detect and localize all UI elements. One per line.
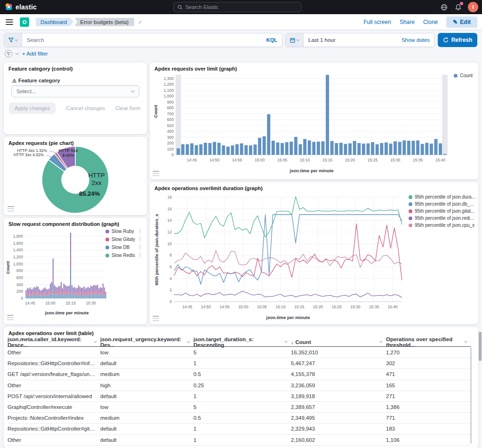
- breadcrumb-dashboard[interactable]: Dashboard: [36, 18, 73, 26]
- chevron-down-icon[interactable]: [16, 51, 19, 55]
- legend-item[interactable]: Slow Ruby⋮: [105, 228, 143, 234]
- add-filter-button[interactable]: + Add filter: [22, 51, 48, 56]
- apply-changes-button[interactable]: Apply changes: [9, 103, 56, 114]
- space-badge[interactable]: O: [20, 17, 29, 27]
- svg-text:15:35: 15:35: [369, 304, 379, 309]
- table-cell: 771: [386, 415, 471, 421]
- legend-menu-icon[interactable]: ⋮: [137, 244, 143, 250]
- panel-options-icon[interactable]: [153, 171, 159, 176]
- table-cell: default: [100, 437, 193, 443]
- menu-icon[interactable]: [6, 19, 13, 25]
- panel-options-icon[interactable]: [153, 316, 159, 321]
- table-column-header[interactable]: Operations over specified threshold...: [386, 337, 471, 346]
- svg-text:15:30: 15:30: [390, 158, 401, 162]
- legend-dot-icon: [409, 224, 412, 227]
- saved-query-menu-button[interactable]: [4, 33, 22, 47]
- table-row[interactable]: POST /api/:version/internal/alloweddefau…: [8, 391, 471, 402]
- table-cell: 1,386: [386, 404, 471, 410]
- filter-menu-icon[interactable]: [5, 50, 12, 57]
- svg-text:800: 800: [167, 105, 174, 110]
- x-axis-label: json.time per minute: [174, 315, 402, 320]
- svg-text:400: 400: [167, 129, 174, 134]
- table-row[interactable]: Projects::NotesController#indexmedium0.5…: [8, 413, 471, 424]
- legend-item[interactable]: 95th percentile of json.redi...: [409, 216, 475, 221]
- svg-text:15:00: 15:00: [238, 304, 249, 309]
- table-column-header[interactable]: json.target_duration_s: Descending: [193, 337, 291, 346]
- search-input[interactable]: Search: [22, 37, 266, 43]
- notifications-bell-icon[interactable]: [454, 3, 462, 11]
- legend-item[interactable]: Slow DB⋮: [105, 244, 143, 250]
- bar-chart[interactable]: 01002003004005006007008009001,0001,1001,…: [152, 71, 476, 171]
- svg-text:800: 800: [16, 268, 23, 273]
- feature-category-select[interactable]: Select...: [11, 85, 139, 97]
- table-column-header[interactable]: ↓Count: [291, 337, 386, 346]
- page-scrollbar[interactable]: [479, 332, 482, 361]
- column-header-label: Operations over specified threshold...: [386, 336, 463, 348]
- legend-item[interactable]: 95th percentile of json.db_...: [409, 201, 475, 207]
- panel-apdex-requests-over-limit: Apdex requests over limit (graph) 010020…: [150, 63, 478, 179]
- legend-dot-icon: [105, 238, 109, 241]
- legend-menu-icon[interactable]: ⋮: [137, 236, 143, 242]
- line-chart[interactable]: 02468101214161814:4514:5014:5515:0015:05…: [150, 190, 413, 318]
- clear-form-button[interactable]: Clear form: [115, 105, 141, 111]
- legend-item[interactable]: 95th percentile of json.cpu_s: [409, 223, 475, 228]
- panel-apdex-operations-table: Apdex operations over limit (table) json…: [4, 327, 478, 448]
- legend-menu-icon[interactable]: ⋮: [137, 228, 143, 234]
- toolbar-actions: Full screen Share Clone ✎Edit: [363, 16, 477, 28]
- panel-options-icon[interactable]: [7, 315, 14, 320]
- table-column-header[interactable]: json.request_urgency.keyword: Des...: [100, 337, 193, 346]
- show-dates-button[interactable]: Show dates: [402, 37, 434, 43]
- column-header-label: json.request_urgency.keyword: Des...: [100, 336, 185, 348]
- full-screen-button[interactable]: Full screen: [363, 19, 391, 25]
- legend-item[interactable]: Slow Gitaly⋮: [105, 236, 143, 242]
- chevron-down-icon[interactable]: [464, 340, 467, 343]
- table-scrollbar[interactable]: [470, 347, 472, 444]
- global-search-input[interactable]: Search Elastic: [173, 2, 301, 12]
- table-row[interactable]: GET /api/:version/feature_flags/unleash.…: [8, 369, 471, 380]
- table-cell: POST /api/:version/internal/allowed: [8, 393, 100, 399]
- table-column-header[interactable]: json.meta.caller_id.keyword: Desce...: [8, 337, 100, 346]
- table-cell: 1: [193, 437, 291, 443]
- elastic-logo[interactable]: elastic: [0, 3, 37, 11]
- table-row[interactable]: Repositories::GitHttpController#git_upl.…: [8, 424, 471, 434]
- pie-label-http2xx: HTTP 2xx: [84, 172, 109, 187]
- chevron-down-icon[interactable]: [284, 340, 288, 343]
- legend-item[interactable]: 95th percentile of json.gital...: [409, 208, 475, 214]
- share-button[interactable]: Share: [400, 19, 415, 25]
- chevron-down-icon[interactable]: [187, 340, 190, 343]
- table-cell: medium: [100, 415, 193, 421]
- table-row[interactable]: Otherdefault12,160,6021,106: [8, 435, 471, 446]
- table-row[interactable]: Repositories::GitHttpController#info_ref…: [8, 358, 471, 369]
- svg-text:1,200: 1,200: [13, 255, 24, 259]
- table-cell: 3,236,059: [291, 383, 386, 388]
- chevron-down-icon[interactable]: [94, 340, 97, 343]
- table-header: json.meta.caller_id.keyword: Desce...jso…: [8, 337, 471, 347]
- panel-options-icon[interactable]: [8, 206, 14, 211]
- legend-item[interactable]: Slow Redis⋮: [105, 252, 143, 258]
- legend-label: Slow Gitaly: [112, 237, 135, 242]
- global-header: elastic Search Elastic: [0, 0, 482, 14]
- table-row[interactable]: GraphqlController#executelow52,389,6571,…: [8, 402, 471, 413]
- chevron-down-icon[interactable]: [379, 340, 383, 343]
- clone-button[interactable]: Clone: [423, 19, 438, 25]
- table-row[interactable]: Otherhigh0.253,236,059165: [8, 380, 471, 391]
- legend-item[interactable]: Count: [454, 73, 473, 78]
- svg-text:700: 700: [167, 112, 174, 116]
- date-quick-menu-button[interactable]: [286, 33, 304, 47]
- table-cell: low: [100, 350, 193, 355]
- kql-selector[interactable]: KQL: [266, 37, 282, 43]
- legend-item[interactable]: 95th percentile of json.dura...: [409, 194, 475, 200]
- chart-legend: 95th percentile of json.dura...95th perc…: [409, 194, 475, 228]
- legend-menu-icon[interactable]: ⋮: [137, 252, 143, 258]
- table-cell: 471: [386, 371, 471, 377]
- time-range-value[interactable]: Last 1 hour: [304, 37, 402, 43]
- table-row[interactable]: Otherlow516,352,0101,270: [8, 347, 471, 358]
- edit-button[interactable]: ✎Edit: [446, 16, 477, 28]
- user-avatar[interactable]: I: [468, 2, 478, 12]
- cancel-changes-button[interactable]: Cancel changes: [66, 105, 104, 111]
- refresh-button[interactable]: Refresh: [438, 33, 477, 47]
- help-icon[interactable]: [440, 3, 448, 11]
- svg-text:15:00: 15:00: [255, 158, 265, 162]
- svg-text:14:50: 14:50: [209, 158, 220, 162]
- legend-dot-icon: [105, 230, 109, 233]
